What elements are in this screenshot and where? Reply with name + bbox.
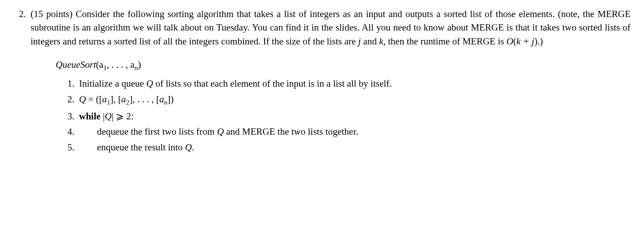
points: (15 points)	[31, 9, 72, 19]
step-text: dequeue the first two lists from Q and M…	[79, 125, 631, 138]
var-q: Q	[217, 126, 224, 137]
mid: ], . . . , [	[129, 94, 159, 105]
algo-args-comma: , . . . , a	[107, 59, 135, 70]
kplusj: k + j	[516, 36, 534, 47]
step-1: 1. Initialize a queue Q of lists so that…	[67, 77, 631, 90]
mid: ], [	[110, 94, 122, 105]
algorithm-steps: 1. Initialize a queue Q of lists so that…	[67, 77, 631, 154]
var-q: Q	[105, 111, 111, 122]
text: .	[192, 142, 194, 153]
text: Initialize a queue	[79, 78, 146, 89]
condition: | ⩾ 2:	[111, 111, 133, 122]
step-3: 3. while |Q| ⩾ 2:	[67, 110, 631, 123]
intro-text-2: , then the runtime of MERGE is	[384, 36, 507, 47]
step-number: 5.	[67, 140, 79, 154]
sub-2: 2	[126, 99, 130, 106]
paren-close: ).)	[534, 36, 543, 47]
eq: = ([	[86, 94, 102, 105]
problem-content: (15 points) Consider the following sorti…	[31, 7, 631, 156]
var-q: Q	[146, 78, 153, 89]
step-text: while |Q| ⩾ 2:	[79, 110, 631, 123]
step-4: 4. dequeue the first two lists from Q an…	[67, 125, 631, 138]
algo-args-close: )	[138, 59, 141, 70]
step-number: 3.	[67, 110, 79, 123]
var-a: a	[102, 94, 107, 105]
while-keyword: while	[79, 111, 103, 122]
step-number: 4.	[67, 125, 79, 138]
step-text: enqueue the result into Q.	[79, 140, 631, 154]
paren-open: (	[513, 36, 516, 47]
sub-n: n	[164, 99, 168, 106]
var-k: k	[379, 36, 383, 47]
text: and MERGE the two lists together.	[224, 126, 358, 137]
problem-item: 2. (15 points) Consider the following so…	[13, 7, 631, 156]
end: ])	[168, 94, 174, 105]
var-a: a	[121, 94, 126, 105]
algo-args-open: (a	[96, 59, 103, 70]
big-o: O	[507, 36, 513, 47]
step-text: Q = ([a1], [a2], . . . , [an])	[79, 92, 631, 108]
algo-sub-1: 1	[103, 65, 107, 72]
step-number: 2.	[67, 92, 79, 106]
algo-name: QueueSort	[56, 59, 96, 70]
step-2: 2. Q = ([a1], [a2], . . . , [an])	[67, 92, 631, 108]
step-text: Initialize a queue Q of lists so that ea…	[79, 77, 631, 90]
step-5: 5. enqueue the result into Q.	[67, 140, 631, 154]
algo-sub-n: n	[135, 65, 138, 72]
text: of lists so that each element of the inp…	[153, 78, 392, 89]
text: dequeue the first two lists from	[97, 126, 217, 137]
sub-1: 1	[107, 99, 110, 106]
text: enqueue the result into	[97, 142, 185, 153]
algorithm-title: QueueSort(a1, . . . , an)	[56, 58, 631, 73]
step-number: 1.	[67, 77, 79, 90]
problem-number: 2.	[13, 7, 26, 21]
var-q: Q	[185, 142, 192, 153]
problem-intro: (15 points) Consider the following sorti…	[31, 7, 631, 48]
intro-and: and	[361, 36, 379, 47]
algorithm-block: QueueSort(a1, . . . , an) 1. Initialize …	[56, 58, 631, 154]
var-a: a	[159, 94, 164, 105]
var-q: Q	[79, 94, 86, 105]
